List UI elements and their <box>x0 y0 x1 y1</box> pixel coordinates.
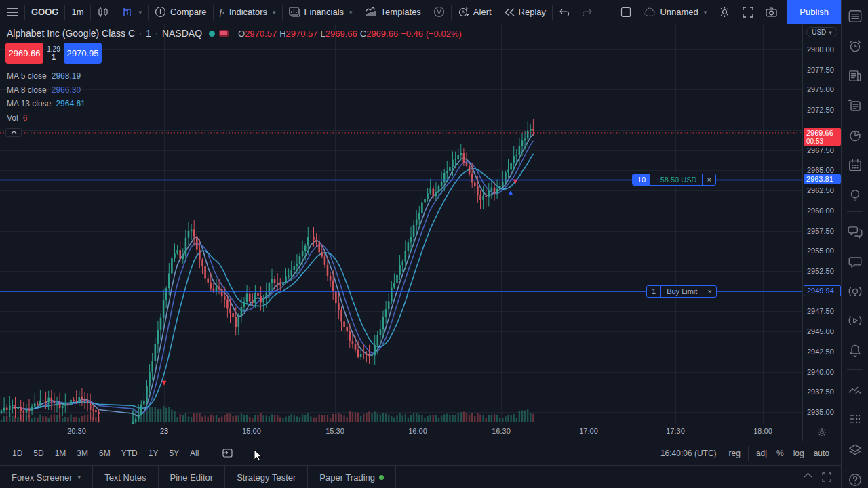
ideas-icon[interactable] <box>847 187 863 203</box>
range-button-3m[interactable]: 3M <box>71 441 94 466</box>
news-icon[interactable] <box>847 68 863 84</box>
indicators-button[interactable]: fx Indicators ▾ <box>214 0 282 24</box>
range-button-5y[interactable]: 5Y <box>163 441 184 466</box>
symbol-title[interactable]: Alphabet Inc (Google) Class C <box>7 28 135 39</box>
price-tick: 2962.50 <box>807 186 834 195</box>
trade-qty[interactable]: 1 <box>43 53 64 61</box>
position-price-label: 2963.81 <box>804 174 841 184</box>
calendar-icon[interactable] <box>847 157 863 174</box>
chevron-down-icon: ▾ <box>349 9 353 16</box>
replay-label: Replay <box>519 7 546 17</box>
tab-text-notes[interactable]: Text Notes <box>93 466 158 488</box>
legend-collapse-button[interactable] <box>5 128 22 137</box>
redo-button[interactable] <box>576 0 599 24</box>
panel-maximize-icon[interactable] <box>822 472 831 482</box>
session-toggle[interactable]: reg <box>724 449 745 458</box>
symbol-interval: 1 <box>146 28 151 39</box>
panel-collapse-icon[interactable] <box>804 472 812 482</box>
private-chat-icon[interactable] <box>847 253 863 270</box>
range-button-1m[interactable]: 1M <box>50 441 72 466</box>
redo-icon <box>582 8 593 16</box>
notes-icon[interactable] <box>847 98 863 114</box>
legend-row[interactable]: MA 5 close2968.19 <box>7 69 85 83</box>
range-button-1d[interactable]: 1D <box>7 441 28 466</box>
fullscreen-button[interactable] <box>736 0 760 24</box>
ideas-stream-icon[interactable] <box>847 283 863 300</box>
cloud-icon <box>644 7 656 17</box>
tab-label: Text Notes <box>104 472 146 483</box>
position-close-button[interactable]: × <box>703 174 715 185</box>
volume-badge-button[interactable] <box>427 0 451 24</box>
notifications-icon[interactable] <box>847 342 863 359</box>
financials-icon <box>289 7 300 17</box>
buy-button[interactable]: 2970.95 <box>64 43 102 64</box>
main-menu-button[interactable] <box>0 0 24 24</box>
range-button-5d[interactable]: 5D <box>28 441 49 466</box>
range-button-ytd[interactable]: YTD <box>116 441 143 466</box>
cloud-layout-button[interactable]: Unnamed ▾ <box>637 0 713 24</box>
hotlist-icon[interactable] <box>847 127 863 144</box>
range-button-all[interactable]: All <box>184 441 204 466</box>
ohlc-item: O2970.57 <box>238 28 277 39</box>
legend-label: Vol <box>7 113 18 123</box>
interval-button[interactable]: 1m <box>65 0 90 24</box>
legend-row[interactable]: Vol6 <box>7 111 85 125</box>
order-qty-button[interactable]: 1 <box>647 286 661 297</box>
compare-button[interactable]: Compare <box>149 0 212 24</box>
watchlist-icon[interactable] <box>847 8 863 24</box>
go-to-date-button[interactable] <box>216 441 238 466</box>
toggle-percent[interactable]: % <box>772 449 789 458</box>
chart-type-button[interactable]: ▾ <box>115 0 149 24</box>
price-axis[interactable]: USD ▾ 2969.66 00:53 2963.81 2949.94 2980… <box>802 24 841 424</box>
legend-row[interactable]: MA 13 close2964.61 <box>7 97 85 111</box>
time-tick: 17:00 <box>579 427 598 435</box>
position-qty-button[interactable]: 10 <box>633 174 650 185</box>
order-type[interactable]: Buy Limit <box>661 286 703 297</box>
replay-button[interactable]: Replay <box>498 0 552 24</box>
public-chats-icon[interactable] <box>847 224 863 240</box>
my-ideas-icon[interactable] <box>847 382 863 398</box>
order-cancel-button[interactable]: × <box>703 286 715 297</box>
undo-button[interactable] <box>553 0 576 24</box>
chevron-down-icon: ▾ <box>829 29 832 36</box>
sell-button[interactable]: 2969.66 <box>5 43 43 64</box>
range-button-1y[interactable]: 1Y <box>143 441 164 466</box>
candles-style-button[interactable] <box>91 0 115 24</box>
legend-row[interactable]: MA 8 close2966.30 <box>7 83 85 98</box>
dom-icon[interactable] <box>847 411 863 427</box>
tab-strategy-tester[interactable]: Strategy Tester <box>225 466 308 488</box>
toggle-adj[interactable]: adj <box>751 449 772 458</box>
symbol-search-button[interactable]: GOOG <box>25 0 64 24</box>
publish-button[interactable]: Publish <box>787 0 841 24</box>
layout-select-button[interactable] <box>614 0 637 24</box>
tab-label: Pine Editor <box>170 472 214 483</box>
templates-button[interactable]: Templates <box>359 0 427 24</box>
screenshot-button[interactable] <box>760 0 783 24</box>
settings-button[interactable] <box>713 0 736 24</box>
clock-utc[interactable]: 16:40:06 (UTC) <box>656 449 722 458</box>
help-icon[interactable] <box>847 472 863 488</box>
position-pnl[interactable]: +58.50 USD <box>650 174 703 185</box>
tab-forex-screener[interactable]: Forex Screener▾ <box>0 466 93 488</box>
legend-label: MA 13 close <box>7 99 51 108</box>
alerts-clock-icon[interactable] <box>847 38 863 54</box>
streams-icon[interactable] <box>847 312 863 329</box>
chart-canvas[interactable] <box>0 24 802 424</box>
toggle-log[interactable]: log <box>789 449 809 458</box>
alert-button[interactable]: Alert <box>452 0 498 24</box>
data-mode-icon[interactable] <box>219 30 229 37</box>
undo-icon <box>559 8 570 16</box>
price-tick: 2980.00 <box>807 45 834 54</box>
range-button-6m[interactable]: 6M <box>94 441 116 466</box>
time-tick: 23 <box>160 427 168 435</box>
time-tick: 16:30 <box>492 427 511 435</box>
currency-chip[interactable]: USD ▾ <box>806 27 837 37</box>
axis-settings-button[interactable] <box>802 424 841 441</box>
tab-pine-editor[interactable]: Pine Editor <box>159 466 226 488</box>
tab-paper-trading[interactable]: Paper Trading <box>308 466 396 488</box>
time-axis[interactable]: 20:302315:0015:3016:0016:3017:0017:3018:… <box>0 424 802 441</box>
hamburger-icon <box>6 7 18 17</box>
toggle-auto[interactable]: auto <box>809 449 834 458</box>
object-tree-icon[interactable] <box>847 441 863 458</box>
financials-button[interactable]: Financials ▾ <box>283 0 359 24</box>
